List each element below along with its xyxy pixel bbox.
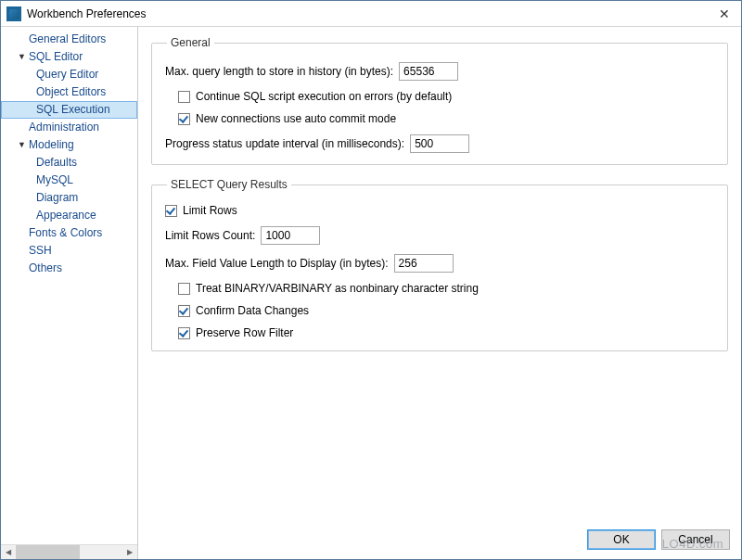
nav-others[interactable]: Others [1,260,137,277]
select-results-group: SELECT Query Results Limit Rows Limit Ro… [151,178,728,351]
app-icon [6,6,21,21]
auto-commit-checkbox[interactable] [178,113,190,125]
nav-mysql[interactable]: MySQL [1,172,137,189]
nav-tree: General Editors ▼SQL Editor Query Editor… [1,27,137,544]
nav-sql-execution[interactable]: SQL Execution [1,101,137,119]
progress-interval-input[interactable] [410,134,469,153]
preserve-filter-label: Preserve Row Filter [196,326,293,339]
scroll-left-icon[interactable]: ◀ [1,545,16,559]
max-query-input[interactable] [399,62,458,81]
confirm-changes-checkbox[interactable] [178,305,190,317]
nav-fonts-colors[interactable]: Fonts & Colors [1,224,137,242]
sidebar: General Editors ▼SQL Editor Query Editor… [1,27,138,559]
nav-query-editor[interactable]: Query Editor [1,66,137,83]
main-panel: General Max. query length to store in hi… [138,27,741,559]
nav-object-editors[interactable]: Object Editors [1,83,137,101]
close-icon[interactable]: ✕ [715,5,734,23]
titlebar: Workbench Preferences ✕ [1,1,741,27]
nav-general-editors[interactable]: General Editors [1,31,137,48]
limit-rows-count-label: Limit Rows Count: [165,229,255,242]
treat-binary-label: Treat BINARY/VARBINARY as nonbinary char… [196,282,479,295]
limit-rows-checkbox[interactable] [165,205,177,217]
nav-administration[interactable]: Administration [1,119,137,136]
window-title: Workbench Preferences [27,7,147,20]
preserve-filter-checkbox[interactable] [178,327,190,339]
select-results-legend: SELECT Query Results [167,178,291,191]
nav-modeling[interactable]: ▼Modeling [1,136,137,154]
limit-rows-count-input[interactable] [261,226,320,245]
cancel-button[interactable]: Cancel [661,529,730,550]
max-field-length-label: Max. Field Value Length to Display (in b… [165,257,389,270]
scroll-thumb[interactable] [16,545,80,559]
scroll-right-icon[interactable]: ▶ [122,545,137,559]
auto-commit-label: New connections use auto commit mode [196,112,396,125]
collapse-icon[interactable]: ▼ [18,50,27,64]
general-group: General Max. query length to store in hi… [151,36,728,165]
continue-on-error-label: Continue SQL script execution on errors … [196,90,452,103]
treat-binary-checkbox[interactable] [178,283,190,295]
ok-button[interactable]: OK [587,529,656,550]
content: General Editors ▼SQL Editor Query Editor… [1,27,741,559]
dialog-buttons: OK Cancel [587,529,730,550]
sidebar-h-scrollbar[interactable]: ◀ ▶ [1,544,137,559]
nav-diagram[interactable]: Diagram [1,189,137,207]
continue-on-error-checkbox[interactable] [178,91,190,103]
progress-interval-label: Progress status update interval (in mill… [165,137,404,150]
confirm-changes-label: Confirm Data Changes [196,304,309,317]
max-query-label: Max. query length to store in history (i… [165,65,393,78]
max-field-length-input[interactable] [394,254,454,273]
preferences-window: Workbench Preferences ✕ General Editors … [0,0,742,560]
scroll-track[interactable] [16,545,122,559]
collapse-icon[interactable]: ▼ [18,138,27,152]
nav-appearance[interactable]: Appearance [1,207,137,224]
nav-sql-editor[interactable]: ▼SQL Editor [1,48,137,66]
general-legend: General [167,36,214,49]
nav-defaults[interactable]: Defaults [1,154,137,172]
limit-rows-label: Limit Rows [183,204,237,217]
nav-ssh[interactable]: SSH [1,242,137,260]
